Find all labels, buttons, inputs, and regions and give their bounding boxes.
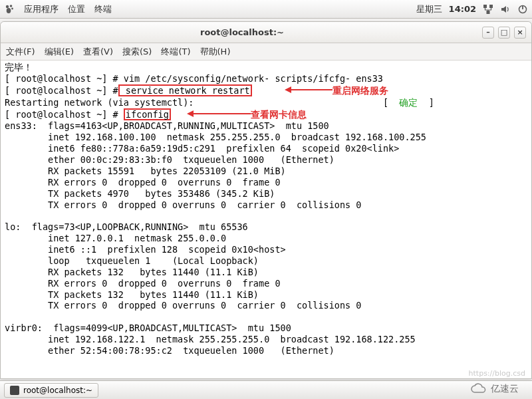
menu-help[interactable]: 帮助(H): [200, 46, 231, 58]
menu-bar: 文件(F) 编辑(E) 查看(V) 搜索(S) 终端(T) 帮助(H): [1, 43, 531, 61]
panel-time: 14:02: [449, 4, 476, 14]
out-ens33-b: inet 192.168.100.100 netmask 255.255.255…: [5, 132, 426, 142]
out-lo-g: TX packets 132 bytes 11440 (11.1 KiB): [5, 289, 259, 300]
maximize-button[interactable]: □: [498, 27, 510, 39]
taskbar-item-label: root@localhost:~: [23, 386, 92, 395]
out-ens33-d: ether 00:0c:29:83:3b:f0 txqueuelen 1000 …: [5, 154, 334, 165]
minimize-button[interactable]: –: [482, 27, 494, 39]
power-icon[interactable]: [517, 4, 528, 15]
svg-point-1: [10, 5, 13, 7]
ok-bracket-r: ]: [429, 97, 434, 108]
volume-icon[interactable]: [500, 4, 511, 15]
terminal-window: root@localhost:~ – □ × 文件(F) 编辑(E) 查看(V)…: [0, 21, 532, 379]
terminal-body[interactable]: 完毕！ [ root@localhost ~] # vim /etc/sysco…: [1, 61, 531, 378]
out-ens33-f: RX errors 0 dropped 0 overruns 0 frame 0: [5, 177, 281, 188]
out-ens33-c: inet6 fe80::778a:6a59:19d5:c291 prefixle…: [5, 143, 399, 154]
out-lo-h: TX errors 0 dropped 0 overruns 0 carrier…: [5, 300, 361, 311]
line-done: 完毕！: [5, 62, 33, 72]
out-lo-b: inet 127.0.0.1 netmask 255.0.0.0: [5, 233, 226, 243]
window-title: root@localhost:~: [6, 27, 478, 37]
prompt: [ root@localhost ~] #: [5, 73, 118, 84]
close-button[interactable]: ×: [514, 27, 526, 39]
svg-marker-12: [187, 110, 194, 117]
gnome-foot-icon: [4, 4, 15, 15]
brand-logo: 亿速云: [469, 383, 519, 395]
out-ens33-e: RX packets 15591 bytes 22053109 (21.0 Mi…: [5, 166, 286, 176]
cmd-vim: vim /etc/sysconfig/network- scripts/ifcf…: [118, 73, 383, 84]
out-lo-e: RX packets 132 bytes 11440 (11.1 KiB): [5, 267, 259, 277]
panel-apps[interactable]: 应用程序: [24, 3, 59, 15]
prompt: [ root@localhost ~] #: [5, 109, 118, 120]
window-titlebar[interactable]: root@localhost:~ – □ ×: [1, 22, 531, 43]
terminal-icon: [10, 386, 19, 395]
menu-terminal[interactable]: 终端(T): [161, 46, 190, 58]
out-lo-f: RX errors 0 dropped 0 overruns 0 frame 0: [5, 278, 281, 289]
line-restarting: Restarting network (via systemctl):: [5, 97, 194, 108]
taskbar-terminal-button[interactable]: root@localhost:~: [4, 383, 98, 398]
out-virbr0-b: inet 192.168.122.1 netmask 255.255.255.0…: [5, 334, 416, 344]
svg-point-0: [6, 5, 9, 7]
out-lo-d: loop txqueuelen 1 (Local Loopback): [5, 255, 259, 266]
out-lo-a: lo: flags=73<UP,LOOPBACK,RUNNING> mtu 65…: [5, 221, 248, 232]
arrow-left-icon: [285, 85, 332, 96]
menu-edit[interactable]: 编辑(E): [45, 46, 74, 58]
out-lo-c: inet6 ::1 prefixlen 128 scopeid 0x10<hos…: [5, 244, 286, 255]
panel-places[interactable]: 位置: [68, 3, 85, 15]
ok-bracket-l: [: [383, 97, 388, 108]
prompt: [ root@localhost ~] #: [5, 85, 118, 96]
highlight-ifconfig-cmd: ifconfig: [124, 108, 171, 120]
bottom-panel: root@localhost:~: [0, 380, 532, 399]
svg-rect-4: [483, 5, 487, 8]
svg-point-3: [7, 8, 11, 13]
out-virbr0-a: virbr0: flags=4099<UP,BROADCAST,MULTICAS…: [5, 323, 291, 333]
cloud-icon: [469, 383, 488, 395]
svg-marker-10: [285, 86, 291, 93]
watermark: https://blog.csd: [469, 369, 525, 378]
panel-date: 星期三: [416, 3, 442, 15]
out-ens33-a: ens33: flags=4163<UP,BROADCAST,RUNNING,M…: [5, 120, 329, 131]
menu-file[interactable]: 文件(F): [6, 46, 35, 58]
svg-rect-5: [489, 5, 493, 8]
panel-terminal[interactable]: 终端: [94, 3, 112, 15]
annotation-ifconfig: 查看网卡信息: [251, 110, 307, 120]
out-ens33-h: TX errors 0 dropped 0 overruns 0 carrier…: [5, 200, 361, 210]
svg-point-2: [11, 7, 13, 9]
ok-text: 确定: [399, 97, 418, 108]
out-ens33-g: TX packets 4970 bytes 353486 (345.2 KiB): [5, 188, 275, 199]
top-panel: 应用程序 位置 终端 星期三 14:02: [0, 0, 532, 19]
arrow-left-icon: [187, 109, 251, 120]
annotation-restart: 重启网络服务: [332, 86, 388, 96]
highlight-restart-cmd: service network restart: [118, 84, 252, 96]
network-icon[interactable]: [483, 4, 493, 15]
out-virbr0-c: ether 52:54:00:78:95:c2 txqueuelen 1000 …: [5, 345, 334, 356]
menu-search[interactable]: 搜索(S): [122, 46, 152, 58]
menu-view[interactable]: 查看(V): [83, 46, 113, 58]
